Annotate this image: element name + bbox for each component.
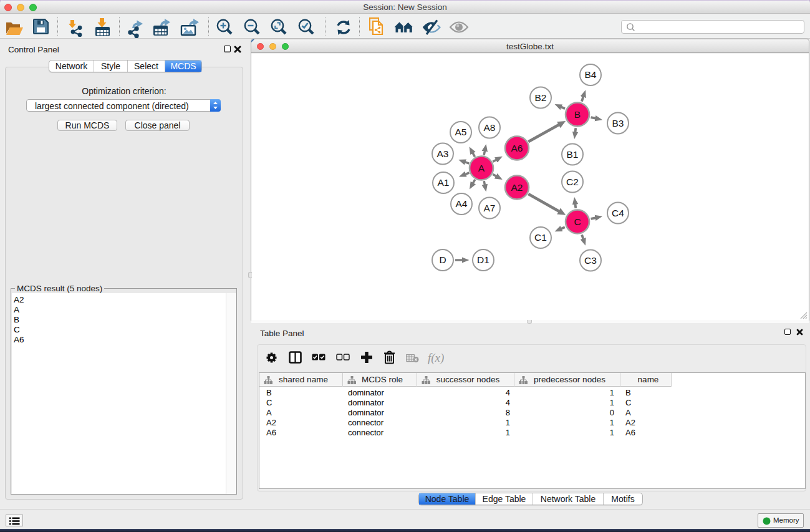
svg-text:D1: D1 <box>477 254 489 265</box>
svg-text:B: B <box>574 109 581 120</box>
svg-text:B1: B1 <box>567 149 579 160</box>
svg-text:A8: A8 <box>484 122 496 133</box>
svg-text:A3: A3 <box>437 148 449 159</box>
svg-text:A6: A6 <box>511 143 523 153</box>
svg-text:A4: A4 <box>456 198 468 209</box>
svg-text:A7: A7 <box>484 203 496 213</box>
svg-text:C2: C2 <box>566 177 579 187</box>
svg-text:A: A <box>478 163 485 173</box>
svg-text:C: C <box>574 216 581 227</box>
svg-text:C1: C1 <box>534 232 547 243</box>
svg-text:B4: B4 <box>585 69 597 80</box>
svg-text:C3: C3 <box>584 255 597 266</box>
svg-text:A2: A2 <box>511 182 523 193</box>
svg-text:C4: C4 <box>612 208 624 218</box>
svg-text:B2: B2 <box>535 92 547 103</box>
svg-text:D: D <box>439 254 446 265</box>
svg-text:A1: A1 <box>438 177 450 188</box>
svg-text:B3: B3 <box>612 118 624 128</box>
svg-text:A5: A5 <box>455 127 467 137</box>
